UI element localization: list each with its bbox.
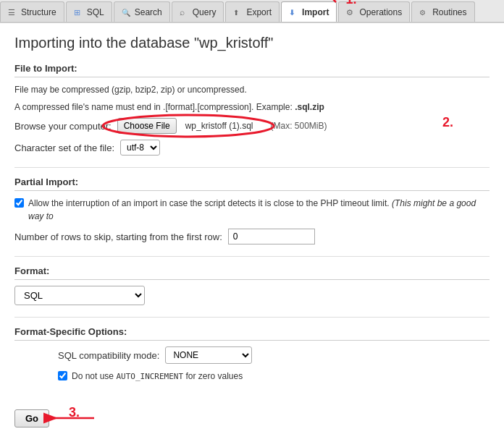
step2-label: 2. — [442, 115, 453, 130]
tab-operations-label: Operations — [359, 7, 402, 17]
step1-label: 1. — [345, 0, 356, 7]
choose-file-button[interactable]: Choose File — [117, 118, 177, 134]
browse-label: Browse your computer: — [14, 121, 112, 132]
browse-row: Browse your computer: Choose File wp_kri… — [14, 118, 490, 134]
operations-icon — [346, 7, 356, 17]
tab-routines-label: Routines — [432, 7, 466, 17]
tab-routines[interactable]: Routines — [411, 1, 474, 22]
sql-compat-select[interactable]: NONE ANSI DB2 MAXDB MYSQL323 MYSQL40 MSS… — [165, 346, 252, 364]
import-icon — [289, 7, 299, 17]
charset-label: Character set of the file: — [14, 142, 114, 153]
step1-arrow — [314, 0, 343, 6]
tab-sql-label: SQL — [87, 7, 104, 17]
file-description-2: A compressed file's name must end in .[f… — [14, 101, 490, 114]
tab-sql[interactable]: SQL — [66, 1, 112, 22]
format-select[interactable]: SQL CSV JSON — [14, 286, 145, 305]
routines-icon — [419, 7, 429, 17]
sql-compat-label: SQL compatibility mode: — [58, 350, 159, 361]
tab-export-label: Export — [246, 7, 272, 17]
tab-structure-label: Structure — [21, 7, 56, 17]
tab-bar: Structure SQL Search Query Export Import… — [0, 0, 504, 23]
go-button[interactable]: Go — [14, 409, 49, 427]
partial-import-section: Partial Import: Allow the interruption o… — [14, 176, 490, 244]
selected-file-name: wp_kristoff (1).sql — [185, 121, 253, 131]
format-header: Format: — [14, 265, 490, 280]
charset-select[interactable]: utf-8 — [120, 140, 160, 156]
format-specific-section: Format-Specific Options: SQL compatibili… — [14, 326, 490, 383]
auto-increment-label: Do not use AUTO_INCREMENT for zero value… — [72, 370, 243, 383]
structure-icon — [8, 7, 18, 17]
go-button-container: Go 3. — [14, 401, 49, 427]
sql-icon — [74, 7, 84, 17]
example-ext: .sql.zip — [295, 102, 324, 112]
tab-structure[interactable]: Structure — [0, 1, 64, 22]
auto-increment-code: AUTO_INCREMENT — [116, 372, 183, 381]
format-specific-header: Format-Specific Options: — [14, 326, 490, 341]
tab-import-label: Import — [302, 7, 329, 17]
auto-increment-row: Do not use AUTO_INCREMENT for zero value… — [14, 370, 490, 383]
file-to-import-header: File to Import: — [14, 63, 490, 77]
skip-input[interactable] — [228, 229, 315, 244]
partial-import-header: Partial Import: — [14, 176, 490, 191]
main-content: Importing into the database "wp_kristoff… — [0, 23, 504, 434]
charset-row: Character set of the file: utf-8 — [14, 140, 490, 156]
divider-1 — [14, 167, 490, 168]
export-icon — [233, 7, 243, 17]
page-title: Importing into the database "wp_kristoff… — [14, 35, 490, 51]
query-icon — [180, 7, 190, 17]
sql-compat-row: SQL compatibility mode: NONE ANSI DB2 MA… — [14, 346, 490, 364]
interrupt-checkbox-row: Allow the interruption of an import in c… — [14, 197, 490, 223]
tab-export[interactable]: Export — [225, 1, 280, 22]
step3-label: 3. — [69, 405, 80, 420]
divider-3 — [14, 317, 490, 318]
skip-row: Number of rows to skip, starting from th… — [14, 229, 490, 244]
file-description-1: File may be compressed (gzip, bzip2, zip… — [14, 83, 490, 96]
skip-label: Number of rows to skip, starting from th… — [14, 231, 222, 242]
interrupt-label: Allow the interruption of an import in c… — [28, 197, 490, 223]
file-to-import-section: File to Import: File may be compressed (… — [14, 63, 490, 156]
max-size-label: (Max: 500MiB) — [271, 121, 327, 131]
tab-query-label: Query — [193, 7, 217, 17]
interrupt-checkbox[interactable] — [14, 198, 24, 208]
tab-search[interactable]: Search — [114, 1, 170, 22]
divider-2 — [14, 256, 490, 257]
tab-query[interactable]: Query — [172, 1, 224, 22]
tab-search-label: Search — [135, 7, 162, 17]
format-section: Format: SQL CSV JSON — [14, 265, 490, 305]
search-icon — [122, 7, 132, 17]
auto-increment-checkbox[interactable] — [58, 371, 67, 380]
tab-import[interactable]: Import 1. — [281, 1, 337, 22]
